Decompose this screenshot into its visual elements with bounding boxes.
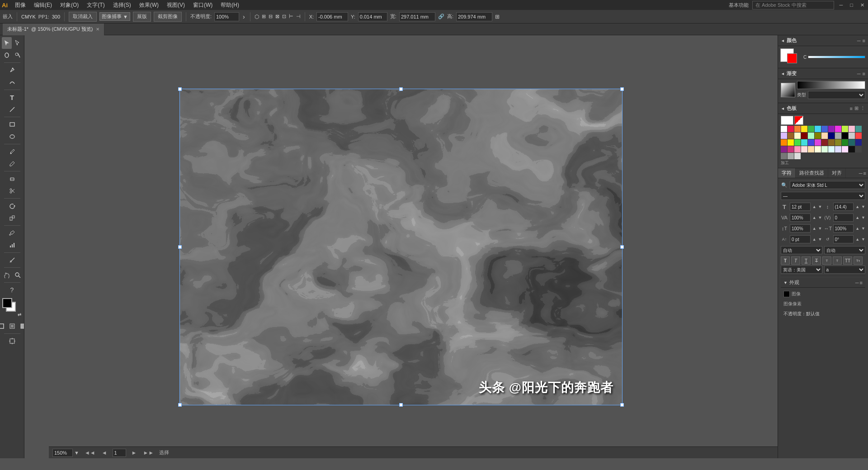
kerning-arrow-down[interactable]: ▼ bbox=[861, 215, 865, 220]
swatch-item[interactable] bbox=[835, 133, 841, 139]
gradient-panel-expand-icon[interactable]: ◄ bbox=[781, 71, 785, 76]
kerning-arrow-up[interactable]: ▲ bbox=[855, 215, 859, 220]
swatch-item[interactable] bbox=[835, 126, 841, 132]
swatch-item[interactable] bbox=[815, 133, 821, 139]
tracking-input[interactable] bbox=[790, 214, 811, 222]
hand-tool[interactable] bbox=[2, 269, 12, 281]
transform-icon4[interactable]: ⊠ bbox=[275, 14, 279, 19]
swatch-item[interactable] bbox=[801, 126, 807, 132]
close-btn[interactable]: ✕ bbox=[859, 2, 866, 8]
swap-colors-icon[interactable]: ⇄ bbox=[18, 312, 21, 317]
x-input[interactable] bbox=[316, 12, 348, 21]
menu-edit[interactable]: 编辑(E) bbox=[30, 0, 56, 10]
menu-object[interactable]: 对象(O) bbox=[57, 0, 82, 10]
curvature-tool[interactable] bbox=[2, 76, 22, 88]
rotate-tool[interactable] bbox=[2, 200, 22, 212]
font-size-input[interactable] bbox=[790, 203, 811, 211]
behind-mode-btn[interactable] bbox=[7, 320, 17, 332]
swatch-item[interactable] bbox=[788, 153, 794, 159]
menu-help[interactable]: 帮助(H) bbox=[217, 0, 243, 10]
zoom-input[interactable] bbox=[52, 449, 73, 457]
allcaps-btn[interactable]: TT bbox=[843, 256, 852, 265]
bold-btn[interactable]: T bbox=[781, 256, 790, 265]
ellipse-tool[interactable] bbox=[2, 131, 22, 142]
color-panel-collapse-btn[interactable]: ─ bbox=[857, 38, 861, 43]
appearance-expand-icon[interactable]: ▼ bbox=[783, 280, 788, 285]
horiz-scale-input[interactable] bbox=[833, 224, 854, 233]
grid-icon[interactable]: ⊞ bbox=[495, 14, 500, 20]
menu-window[interactable]: 窗口(W) bbox=[189, 0, 216, 10]
vscale-arrow-down[interactable]: ▼ bbox=[818, 226, 822, 231]
swatch-item[interactable] bbox=[794, 146, 801, 152]
swatch-item[interactable] bbox=[855, 126, 862, 132]
fg-color[interactable] bbox=[2, 298, 12, 308]
swatch-item[interactable] bbox=[849, 139, 855, 146]
superscript-btn[interactable]: T bbox=[822, 256, 831, 265]
swatch-item[interactable] bbox=[788, 126, 794, 132]
baseline-arrow-up[interactable]: ▲ bbox=[812, 237, 816, 242]
text-tool[interactable]: T bbox=[2, 91, 22, 103]
direct-selection-tool[interactable] bbox=[13, 37, 23, 49]
gradient-swatch[interactable] bbox=[797, 81, 865, 89]
nav-next-btn[interactable]: ► bbox=[131, 450, 138, 456]
eyedropper-tool[interactable] bbox=[2, 227, 22, 239]
baseline-arrow-down[interactable]: ▼ bbox=[818, 237, 822, 242]
rectangle-tool[interactable] bbox=[2, 119, 22, 130]
swatch-item[interactable] bbox=[835, 139, 841, 146]
white-swatch[interactable] bbox=[781, 116, 793, 125]
artboard-tool[interactable] bbox=[2, 335, 22, 347]
bg-color-box[interactable] bbox=[787, 53, 797, 63]
menu-effect[interactable]: 效果(W) bbox=[136, 0, 162, 10]
swatch-item[interactable] bbox=[855, 146, 862, 152]
swatch-item[interactable] bbox=[828, 126, 835, 132]
swatch-item[interactable] bbox=[849, 126, 855, 132]
rotation-input[interactable] bbox=[833, 235, 854, 243]
size-arrow-down[interactable]: ▼ bbox=[818, 204, 822, 209]
y-input[interactable] bbox=[358, 12, 387, 21]
dropdown-arrow-icon[interactable]: ▼ bbox=[123, 14, 128, 19]
swatch-item[interactable] bbox=[794, 133, 801, 139]
swatch-item[interactable] bbox=[801, 133, 807, 139]
w-input[interactable] bbox=[399, 12, 435, 21]
scale-tool[interactable] bbox=[2, 212, 22, 224]
swatch-item[interactable] bbox=[794, 153, 801, 159]
transform-icon6[interactable]: ⊢ bbox=[289, 14, 293, 19]
font-style-select[interactable]: — bbox=[781, 192, 865, 200]
chart-tool[interactable] bbox=[2, 239, 22, 251]
normal-mode-btn[interactable] bbox=[0, 320, 6, 332]
vert-scale-input[interactable] bbox=[790, 224, 811, 233]
image-color-swatch[interactable] bbox=[783, 291, 790, 297]
swatch-item[interactable] bbox=[808, 139, 814, 146]
search-adobe-stock[interactable]: 在 Adobe Stock 中搜索 bbox=[752, 1, 834, 9]
swatch-item[interactable] bbox=[815, 139, 821, 146]
menu-select[interactable]: 选择(S) bbox=[109, 0, 135, 10]
swatch-item[interactable] bbox=[821, 139, 828, 146]
color-selector[interactable]: ⇄ bbox=[2, 298, 22, 318]
color-c-slider[interactable] bbox=[808, 56, 865, 58]
swatches-grid-view-btn[interactable]: ⊞ bbox=[854, 105, 859, 111]
swatch-item[interactable] bbox=[808, 126, 814, 132]
tracking-arrow-down[interactable]: ▼ bbox=[818, 215, 822, 220]
swatch-item[interactable] bbox=[808, 133, 814, 139]
swatch-item[interactable] bbox=[821, 146, 828, 152]
swatch-item[interactable] bbox=[794, 139, 801, 146]
rot-arrow-down[interactable]: ▼ bbox=[861, 237, 865, 242]
gradient-preview[interactable] bbox=[781, 83, 795, 97]
swatch-item[interactable] bbox=[828, 133, 835, 139]
swatch-item[interactable] bbox=[815, 146, 821, 152]
document-tab[interactable]: 未标题-1* @ 150% (CMYK/GPU 预览) ✕ bbox=[3, 24, 104, 35]
line-tool[interactable] bbox=[2, 104, 22, 115]
hscale-arrow-down[interactable]: ▼ bbox=[861, 226, 865, 231]
italic-btn[interactable]: T bbox=[791, 256, 800, 265]
vscale-arrow-up[interactable]: ▲ bbox=[812, 226, 816, 231]
swatch-item[interactable] bbox=[849, 146, 855, 152]
kerning-input[interactable] bbox=[833, 214, 854, 222]
rot-arrow-up[interactable]: ▲ bbox=[855, 237, 859, 242]
swatch-item[interactable] bbox=[821, 126, 828, 132]
swatches-expand-icon[interactable]: ◄ bbox=[781, 106, 785, 111]
char-panel-collapse-btn[interactable]: ─ bbox=[859, 171, 863, 176]
tab-align[interactable]: 对齐 bbox=[828, 168, 846, 178]
swatch-item[interactable] bbox=[781, 153, 787, 159]
swatch-item[interactable] bbox=[842, 146, 848, 152]
nav-first-btn[interactable]: ◄◄ bbox=[84, 450, 96, 456]
